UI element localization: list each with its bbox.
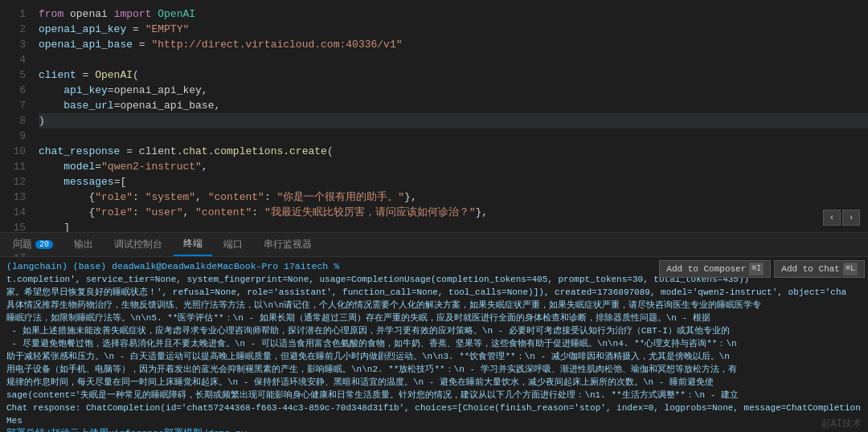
line-number: 5 <box>6 67 26 83</box>
line-number: 11 <box>6 159 26 174</box>
code-token: "content" <box>208 190 264 205</box>
code-token: : <box>133 205 145 220</box>
code-token: "qwen2-instruct" <box>101 159 202 174</box>
code-token: OpenAI <box>151 6 195 22</box>
terminal-line: 用电子设备（如手机、电脑等），因为开着发出的蓝光会抑制褪黑素的产生，影响睡眠。\… <box>6 363 862 376</box>
code-token: }, <box>404 190 417 205</box>
line-number: 10 <box>6 144 26 159</box>
line-number: 7 <box>6 98 26 113</box>
code-token: "你是一个很有用的助手。" <box>277 190 405 205</box>
code-token: messages <box>39 174 114 190</box>
code-token: , <box>202 159 208 174</box>
tab-调试控制台[interactable]: 调试控制台 <box>104 233 172 256</box>
code-token: import <box>114 6 152 22</box>
tab-bar: 问题20输出调试控制台终端端口串行监视器 <box>0 233 868 257</box>
add-chat-shortcut: ⌘L <box>843 263 858 275</box>
watermark: 起AI技术 <box>821 417 862 430</box>
code-line: ) <box>39 113 868 128</box>
line-number: 2 <box>6 22 26 37</box>
line-number: 12 <box>6 174 26 190</box>
code-token: ) <box>39 113 45 128</box>
code-line: api_key=openai_api_key, <box>39 83 868 98</box>
line-number: 13 <box>6 190 26 205</box>
code-line: client = OpenAI( <box>39 67 868 83</box>
line-number: 6 <box>6 83 26 98</box>
code-token: "system" <box>145 190 195 205</box>
code-line: chat_response = client.chat.completions.… <box>39 144 868 159</box>
code-token: : <box>252 205 264 220</box>
add-composer-button[interactable]: Add to Composer ⌘I <box>659 260 771 278</box>
code-token: : <box>133 190 145 205</box>
code-token: api_key <box>39 83 108 98</box>
code-token: "content" <box>195 205 252 220</box>
terminal-line: 助于减轻紧张感和压力。\n - 白天适量运动可以提高晚上睡眠质量，但避免在睡前几… <box>6 350 862 363</box>
code-token: = <box>133 37 151 52</box>
code-line: {"role": "user", "content": "我最近失眠比较厉害，请… <box>39 205 868 220</box>
tab-输出[interactable]: 输出 <box>64 233 103 256</box>
terminal-line: 家。希望您早日恢复良好的睡眠状态！', refusal=None, role='… <box>6 286 862 299</box>
code-token: openai_api_key <box>39 22 126 37</box>
code-token: = <box>95 159 101 174</box>
code-line <box>39 52 868 67</box>
add-chat-button[interactable]: Add to Chat ⌘L <box>774 260 865 278</box>
line-number: 1 <box>6 6 26 22</box>
line-number: 9 <box>6 128 26 144</box>
code-token: "user" <box>145 205 183 220</box>
code-token: ( <box>133 67 139 83</box>
code-token: openai <box>63 6 113 22</box>
code-line: {"role": "system", "content": "你是一个很有用的助… <box>39 190 868 205</box>
code-token: from <box>39 6 63 22</box>
code-token: client <box>39 67 76 83</box>
code-token: =openai_api_key, <box>108 83 208 98</box>
code-token: : <box>264 190 277 205</box>
code-token: ( <box>327 144 334 159</box>
code-line: ] <box>39 220 868 232</box>
terminal-line: 部署总结/赵动云上使用xinference部署模型/demo.py <box>6 427 862 432</box>
add-composer-shortcut: ⌘I <box>749 263 764 275</box>
line-number: 8 <box>6 113 26 128</box>
line-number: 15 <box>6 220 26 235</box>
bottom-panel: 问题20输出调试控制台终端端口串行监视器 (langchain) (base) … <box>0 233 868 432</box>
terminal-line: - 尽量避免饱餐过饱，选择容易消化并且不要太晚进食。\n - 可以适当食用富含色… <box>6 337 862 350</box>
code-token: ] <box>39 220 70 232</box>
terminal-line: Chat response: ChatCompletion(id='chat57… <box>6 401 862 427</box>
code-token: =openai_api_base, <box>114 98 221 113</box>
tab-终端[interactable]: 终端 <box>174 233 212 256</box>
code-token: chat.completions.create <box>182 144 326 159</box>
tab-串行监视器[interactable]: 串行监视器 <box>254 233 321 256</box>
add-composer-label: Add to Composer <box>666 263 746 275</box>
terminal-line: sage(content='失眠是一种常见的睡眠障碍，长期或频繁出现可能影响身心… <box>6 389 862 401</box>
code-token: = <box>76 67 95 83</box>
code-editor: 1234567891011121314151617 from openai im… <box>0 0 868 233</box>
code-line <box>39 128 868 144</box>
code-token: "http://direct.virtaicloud.com:40336/v1" <box>151 37 402 52</box>
code-token: = <box>126 22 145 37</box>
line-number: 4 <box>6 52 26 67</box>
code-token: chat_response <box>39 144 120 159</box>
line-number: 14 <box>6 205 26 220</box>
code-token: = client. <box>120 144 182 159</box>
code-token: =[ <box>114 174 127 190</box>
line-number: 3 <box>6 37 26 52</box>
code-line: model="qwen2-instruct", <box>39 159 868 174</box>
code-line: base_url=openai_api_base, <box>39 98 868 113</box>
code-token: openai_api_base <box>39 37 133 52</box>
nav-arrows: ‹ › <box>823 210 860 226</box>
code-line: messages=[ <box>39 174 868 190</box>
code-token: "role" <box>95 205 133 220</box>
code-token: "role" <box>95 190 133 205</box>
code-line: from openai import OpenAI <box>39 6 868 22</box>
tab-端口[interactable]: 端口 <box>214 233 252 256</box>
nav-right-button[interactable]: › <box>842 210 860 226</box>
terminal-line: 规律的作息时间，每天尽量在同一时间上床睡觉和起床。\n - 保持舒适环境安静、黑… <box>6 376 862 389</box>
terminal-line: 睡眠疗法，如限制睡眠疗法等。\n\n5. **医学评估**：\n - 如果长期（… <box>6 312 862 324</box>
terminal-line: 具体情况推荐生物药物治疗，生物反馈训练、光照疗法等方法，以\n\n请记住，个人化… <box>6 299 862 312</box>
app-container: 1234567891011121314151617 from openai im… <box>0 0 868 432</box>
code-token: base_url <box>39 98 114 113</box>
terminal-content: (langchain) (base) deadwalk@DeadwalkdeMa… <box>0 257 868 432</box>
nav-left-button[interactable]: ‹ <box>823 210 841 226</box>
code-line: openai_api_base = "http://direct.virtaic… <box>39 37 868 52</box>
code-token: "我最近失眠比较厉害，请问应该如何诊治？" <box>264 205 476 220</box>
code-token: { <box>39 205 95 220</box>
code-line: openai_api_key = "EMPTY" <box>39 22 868 37</box>
